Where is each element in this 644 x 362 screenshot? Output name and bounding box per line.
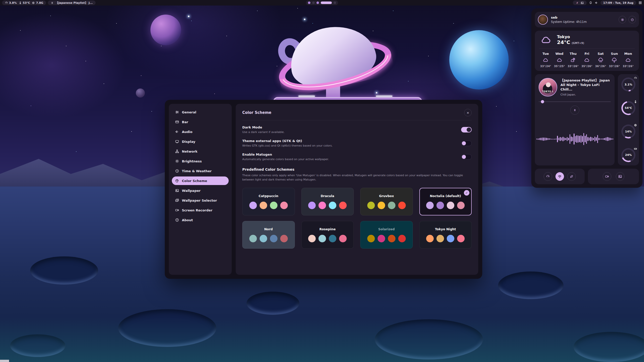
- matugen-toggle[interactable]: [461, 154, 472, 160]
- brightness-icon: [175, 159, 179, 163]
- sidebar-item-label: Network: [182, 150, 197, 153]
- visualizer-bar: [557, 136, 558, 142]
- profile-performance-button[interactable]: [544, 172, 552, 181]
- scheme-card-nord[interactable]: Nord: [242, 221, 295, 249]
- scheme-name: Nord: [264, 227, 273, 231]
- thermometer-icon: [634, 100, 637, 103]
- visualizer-bar: [565, 138, 566, 140]
- sidebar-item-wallpaper[interactable]: Wallpaper: [172, 186, 229, 195]
- videocam-icon: [605, 174, 609, 178]
- bell-icon[interactable]: [589, 1, 592, 5]
- sidebar-item-label: Bar: [182, 120, 188, 124]
- visualizer-bar: [568, 138, 569, 140]
- display-icon: [175, 140, 179, 144]
- control-center: seb System Uptime: 4h11m Tokyo 24°C (GMT…: [531, 8, 642, 188]
- setting-desc: Writes GTK (gtk.css) and Qt (qt6ct) them…: [242, 144, 333, 147]
- tray-app-icon[interactable]: [576, 1, 579, 5]
- workspace-dot-2[interactable]: [312, 2, 315, 4]
- color-swatch: [329, 235, 336, 242]
- sidebar-item-bar[interactable]: Bar: [172, 118, 229, 126]
- visualizer-bar: [560, 137, 561, 141]
- volume-icon[interactable]: [595, 1, 598, 5]
- sidebar-item-label: Display: [182, 140, 195, 144]
- visualizer-bar: [589, 138, 590, 141]
- scheme-card-noctalia[interactable]: Noctalia (default)✓: [419, 188, 472, 215]
- sidebar-item-display[interactable]: Display: [172, 137, 229, 146]
- profile-balanced-button[interactable]: [555, 172, 564, 181]
- workspace-dot-5[interactable]: [334, 2, 336, 4]
- track-title: 【Japanese Playlist】 Japan All Night - To…: [560, 78, 611, 92]
- workspace-dot-3[interactable]: [316, 2, 319, 4]
- selected-check-badge: ✓: [464, 190, 469, 196]
- visualizer-bar: [564, 138, 565, 141]
- info-icon: [175, 218, 179, 222]
- visualizer-bar: [582, 136, 583, 142]
- visualizer-bar: [601, 139, 602, 140]
- visualizer-bar: [554, 139, 555, 140]
- visualizer-bar: [590, 137, 591, 141]
- visualizer-bar: [608, 137, 609, 141]
- sidebar-item-about[interactable]: About: [172, 216, 229, 224]
- star: [376, 92, 377, 94]
- sidebar-item-time-weather[interactable]: Time & Weather: [172, 167, 229, 175]
- sidebar-item-color-scheme[interactable]: Color Scheme: [172, 176, 229, 185]
- album-art-caption: TOKYO L: [539, 90, 557, 93]
- settings-button[interactable]: [619, 16, 626, 23]
- screen-recorder-button[interactable]: [603, 172, 611, 181]
- media-pill[interactable]: 【Japanese Playlist】 J...: [48, 1, 96, 5]
- setting-desc: Use a dark variant if available.: [242, 130, 285, 134]
- clock-pill[interactable]: 17:09 - Tue, 19 Aug: [600, 1, 636, 5]
- visualizer-bar: [572, 137, 573, 141]
- sidebar-item-network[interactable]: Network: [172, 147, 229, 156]
- section-title: Predefined Color Schemes: [242, 167, 472, 171]
- scheme-card-catppuccin[interactable]: Catppuccin: [242, 188, 295, 215]
- scheme-card-solarized[interactable]: Solarized: [360, 221, 413, 249]
- pause-button[interactable]: [570, 106, 579, 115]
- visualizer-bar: [593, 138, 594, 140]
- dark-mode-toggle[interactable]: [461, 127, 472, 132]
- corner-strip: [0, 360, 9, 362]
- sidebar-item-general[interactable]: General: [172, 108, 229, 116]
- cpu-usage-gauge: 3.1%: [621, 77, 636, 92]
- color-swatch: [270, 235, 277, 242]
- visualizer-bar: [545, 138, 546, 141]
- apps-grid-icon[interactable]: [638, 1, 642, 5]
- color-swatch: [388, 202, 395, 209]
- pause-icon: [51, 1, 54, 5]
- visualizer-bar: [592, 137, 593, 141]
- workspace-indicator[interactable]: [306, 1, 338, 5]
- setting-desc: Automatically generate colors based on y…: [242, 158, 329, 161]
- images-icon: [175, 198, 179, 202]
- workspace-dot-4[interactable]: [321, 2, 332, 4]
- sidebar-item-label: Audio: [182, 130, 192, 134]
- memory-gauge: 14%: [621, 124, 636, 139]
- sidebar-item-brightness[interactable]: Brightness: [172, 157, 229, 165]
- theme-external-toggle[interactable]: [461, 141, 472, 146]
- scheme-card-dracula[interactable]: Dracula: [301, 188, 354, 215]
- user-card: seb System Uptime: 4h11m: [535, 12, 639, 27]
- seek-bar[interactable]: [539, 100, 611, 103]
- pause-icon: [573, 108, 577, 112]
- sidebar-item-audio[interactable]: Audio: [172, 127, 229, 136]
- system-tray[interactable]: [573, 1, 587, 5]
- scheme-card-tokyo-night[interactable]: Tokyo Night: [419, 221, 472, 249]
- sidebar-item-wallpaper-selector[interactable]: Wallpaper Selector: [172, 196, 229, 205]
- small-moon: [136, 88, 145, 98]
- profile-powersaver-button[interactable]: [567, 172, 576, 181]
- visualizer-bar: [600, 139, 601, 140]
- divider: [242, 120, 472, 120]
- workspace-dot-1[interactable]: [308, 2, 310, 4]
- seek-knob[interactable]: [541, 100, 544, 103]
- scheme-card-rosepine[interactable]: Rosepine: [301, 221, 354, 249]
- system-stats-pill[interactable]: 3.8% 53°C 7.8G: [2, 1, 46, 5]
- wallpaper-button[interactable]: [616, 172, 624, 181]
- desktop: 3.8% 53°C 7.8G 【Japanese Playlist】 J...: [0, 0, 644, 362]
- color-swatch: [249, 235, 257, 242]
- scheme-card-gruvbox[interactable]: Gruvbox: [360, 188, 413, 215]
- power-button[interactable]: [628, 16, 636, 23]
- close-button[interactable]: ×: [464, 109, 472, 116]
- tray-image-icon[interactable]: [581, 1, 584, 5]
- visualizer-bar: [546, 138, 547, 140]
- color-swatch: [339, 202, 347, 209]
- sidebar-item-screen-recorder[interactable]: Screen Recorder: [172, 206, 229, 214]
